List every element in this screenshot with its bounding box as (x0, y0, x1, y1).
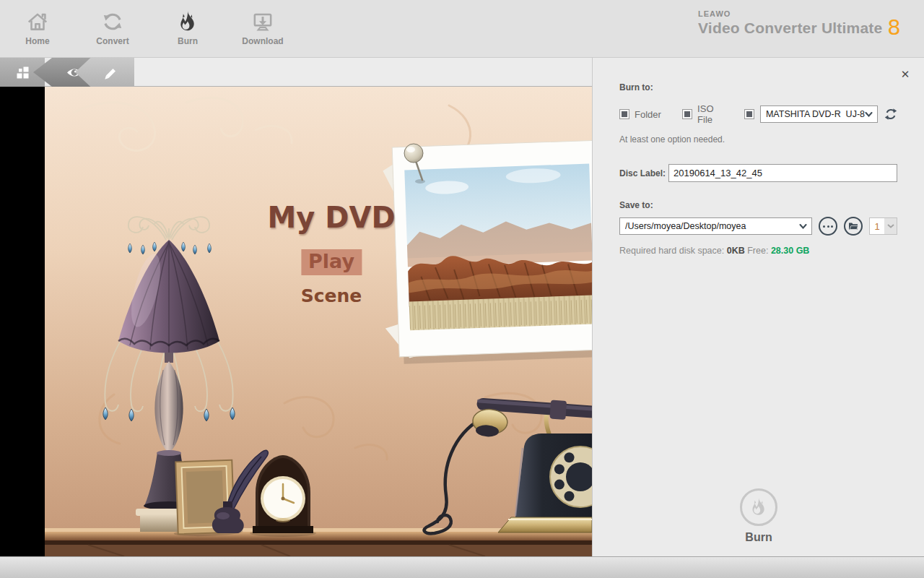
burn-icon (175, 9, 200, 34)
folder-icon (848, 222, 858, 230)
convert-icon (100, 9, 125, 34)
dvd-menu-text: My DVD Play Scene (267, 201, 395, 306)
burn-hint-text: At least one option needed. (619, 134, 897, 144)
burn-button[interactable]: Burn (593, 488, 924, 544)
chevron-down-icon (865, 112, 873, 117)
app-logo: LEAWO Video Converter Ultimate 8 (698, 9, 901, 37)
browse-button[interactable] (819, 217, 837, 236)
letterbox (0, 87, 45, 556)
preview-tabbar (0, 58, 592, 87)
save-path-select[interactable]: /Users/moyea/Desktop/moyea (619, 217, 812, 235)
brand-text: LEAWO (698, 9, 901, 18)
free-space-label: Free: (747, 246, 768, 256)
toolbar: Home Convert Burn (0, 0, 924, 58)
drive-checkbox[interactable] (744, 109, 754, 119)
save-path-value: /Users/moyea/Desktop/moyea (625, 221, 799, 231)
disc-label-input[interactable] (668, 164, 897, 182)
chevron-down-icon (884, 218, 897, 234)
drive-select-value: MATSHITA DVD-R UJ-8 (766, 109, 865, 119)
dvd-menu-preview: My DVD Play Scene (45, 87, 592, 556)
dvd-menu-play-button[interactable]: Play (301, 249, 362, 275)
burn-button-label: Burn (593, 531, 924, 544)
iso-file-checkbox[interactable] (682, 109, 692, 119)
copies-stepper[interactable]: 1 (869, 217, 897, 235)
home-icon (25, 9, 50, 34)
folder-checkbox[interactable] (619, 109, 629, 119)
burn-button-circle (740, 488, 777, 526)
burn-to-label: Burn to: (619, 82, 897, 92)
dvd-menu-scene-button[interactable]: Scene (267, 285, 395, 306)
disc-label-caption: Disc Label: (619, 168, 668, 178)
drive-select[interactable]: MATSHITA DVD-R UJ-8 (760, 105, 878, 123)
disc-label-row: Disc Label: (619, 164, 897, 182)
ellipsis-icon (823, 225, 833, 228)
download-icon (250, 9, 275, 34)
burn-flame-icon (748, 496, 770, 518)
burn-target-options: Folder ISO File MATSHITA DVD-R UJ-8 (619, 103, 897, 125)
grid-icon (17, 66, 29, 79)
download-button[interactable]: Download (225, 0, 300, 58)
status-bar (0, 556, 924, 578)
save-to-row: /Users/moyea/Desktop/moyea 1 (619, 217, 897, 236)
version-badge: 8 (887, 18, 901, 37)
dvd-menu-title[interactable]: My DVD (267, 201, 395, 234)
dvd-menu-artwork (45, 87, 592, 556)
disk-space-prefix: Required hard disk space: (619, 246, 724, 256)
open-folder-button[interactable] (844, 217, 863, 236)
photo-landscape (404, 164, 592, 331)
refresh-drives-button[interactable] (884, 107, 897, 121)
required-space-value: 0KB (727, 246, 745, 256)
free-space-value: 28.30 GB (771, 246, 810, 256)
burn-button-nav[interactable]: Burn (150, 0, 225, 58)
chevron-down-icon (799, 224, 807, 229)
burn-label: Burn (178, 36, 198, 46)
app-window: Home Convert Burn (0, 0, 924, 578)
main-nav: Home Convert Burn (0, 0, 300, 58)
iso-file-label: ISO File (697, 103, 721, 125)
home-label: Home (25, 36, 49, 46)
burn-settings-panel: ✕ Burn to: Folder ISO File MATSHITA DVD-… (592, 58, 924, 556)
photo-snapshot (379, 139, 592, 364)
copies-value: 1 (870, 218, 884, 234)
close-icon[interactable]: ✕ (899, 68, 912, 81)
home-button[interactable]: Home (0, 0, 75, 58)
folder-label: Folder (635, 109, 661, 120)
download-label: Download (242, 36, 283, 46)
convert-label: Convert (96, 36, 128, 46)
pencil-icon (102, 64, 119, 81)
save-to-label: Save to: (619, 200, 897, 210)
convert-button[interactable]: Convert (75, 0, 150, 58)
refresh-icon (884, 108, 897, 121)
disk-space-status: Required hard disk space: 0KB Free: 28.3… (619, 246, 897, 256)
app-title: Video Converter Ultimate (698, 20, 882, 37)
